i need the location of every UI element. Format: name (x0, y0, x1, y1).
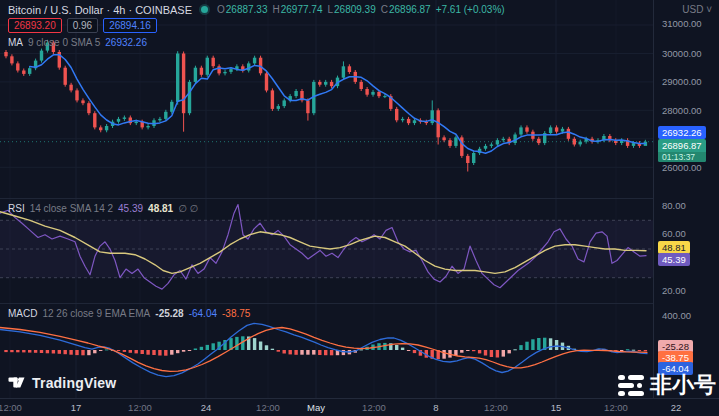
axis-tick-label: 60.00 (662, 228, 686, 239)
close-value: 26896.87 (389, 4, 431, 15)
symbol-legend[interactable]: Bitcoin / U.S. Dollar · 4h · COINBASE O2… (8, 3, 505, 16)
axis-tick-label: 30000.00 (662, 48, 702, 59)
ma-params: 9 close 0 SMA 5 (28, 37, 100, 48)
feixiaohao-watermark[interactable]: 非小号 (618, 370, 716, 400)
tradingview-logo-icon (8, 374, 25, 391)
time-tick-label: 8 (433, 402, 438, 413)
macd-line-value: -64.04 (189, 308, 217, 319)
axis-tick-label: 20.00 (662, 285, 686, 296)
axis-tick-label: 31000.00 (662, 18, 702, 29)
currency-dropdown[interactable]: USD ˅ (682, 4, 712, 15)
time-tick-label: 12:00 (362, 402, 386, 413)
pane-divider[interactable] (0, 303, 653, 304)
low-value: 26809.39 (334, 4, 376, 15)
rsi-value: 45.39 (118, 203, 143, 214)
pane-divider[interactable] (0, 198, 653, 199)
last-price-label: 26896.8701:13:37 (658, 139, 706, 162)
open-label: O (217, 4, 225, 15)
axis-tick-label: 80.00 (662, 200, 686, 211)
ask-price-button[interactable]: 26894.16 (103, 18, 157, 33)
time-tick-label: 24 (201, 402, 212, 413)
symbol-title: Bitcoin / U.S. Dollar · 4h · COINBASE (8, 4, 192, 16)
close-label: C (381, 4, 388, 15)
rsi-pane[interactable] (0, 199, 653, 303)
rsi-axis-label: 45.39 (658, 253, 690, 266)
ma-legend[interactable]: MA 9 close 0 SMA 5 26932.26 (8, 37, 147, 48)
feixiaohao-logo-icon (618, 375, 644, 396)
tradingview-logo[interactable]: TradingView (8, 374, 116, 391)
countdown-label: 01:13:37 (658, 152, 706, 162)
price-scale[interactable]: USD ˅ 31000.0030000.0029000.0028000.0026… (653, 0, 719, 398)
time-tick-label: 22 (671, 402, 682, 413)
low-label: L (327, 4, 333, 15)
axis-tick-label: 26000.00 (662, 162, 702, 173)
open-value: 26887.33 (226, 4, 268, 15)
rsi-params: 14 close SMA 14 2 (30, 203, 113, 214)
rsi-sma-value: 48.81 (148, 203, 173, 214)
time-tick-label: 12:00 (0, 402, 22, 413)
tradingview-logo-text: TradingView (32, 375, 116, 391)
macd-params: 12 26 close 9 EMA EMA (42, 308, 150, 319)
time-scale[interactable]: 12:001712:002412:00May12:00812:001512:00… (0, 398, 719, 416)
ma-value: 26932.26 (105, 37, 147, 48)
chart-window: Bitcoin / U.S. Dollar · 4h · COINBASE O2… (0, 0, 719, 416)
rsi-legend[interactable]: RSI 14 close SMA 14 2 45.39 48.81 ∅ ∅ (8, 203, 198, 214)
bid-price-button[interactable]: 26893.20 (8, 18, 62, 33)
change-value: +7.61 (+0.03%) (436, 4, 505, 15)
axis-tick-label: 400.00 (662, 310, 691, 321)
time-tick-label: 12:00 (604, 402, 628, 413)
time-tick-label: 12:00 (256, 402, 280, 413)
rsi-name: RSI (8, 203, 25, 214)
ma-name: MA (8, 37, 23, 48)
spread-value: 0.96 (67, 18, 98, 33)
ma-price-label: 26932.26 (658, 126, 706, 139)
time-tick-label: 12:00 (128, 402, 152, 413)
macd-signal-value: -38.75 (222, 308, 250, 319)
time-tick-label: 15 (551, 402, 562, 413)
axis-tick-label: 29000.00 (662, 76, 702, 87)
market-status-icon[interactable] (201, 6, 208, 13)
macd-name: MACD (8, 308, 37, 319)
feixiaohao-watermark-text: 非小号 (650, 370, 716, 400)
time-tick-label: 17 (71, 402, 82, 413)
time-tick-label: 12:00 (484, 402, 508, 413)
high-label: H (273, 4, 280, 15)
bid-ask-row: 26893.20 0.96 26894.16 (8, 18, 157, 33)
currency-label: USD (682, 4, 703, 15)
chevron-down-icon: ˅ (706, 4, 712, 15)
time-tick-label: May (307, 402, 325, 413)
macd-legend[interactable]: MACD 12 26 close 9 EMA EMA -25.28 -64.04… (8, 308, 250, 319)
high-value: 26977.74 (281, 4, 323, 15)
axis-tick-label: 28000.00 (662, 105, 702, 116)
rsi-hidden-values-icon: ∅ ∅ (178, 203, 198, 214)
macd-hist-value: -25.28 (155, 308, 183, 319)
